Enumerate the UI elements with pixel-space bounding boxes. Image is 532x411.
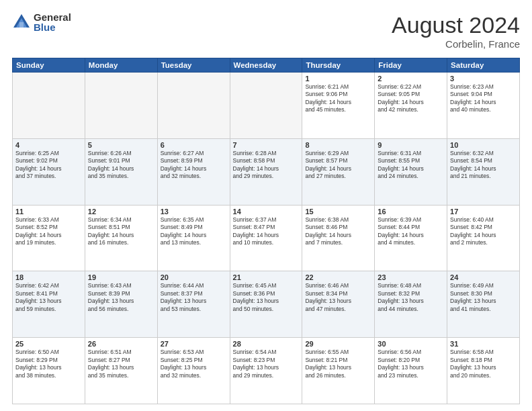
- header: General Blue August 2024 Corbelin, Franc…: [12, 12, 520, 50]
- page: General Blue August 2024 Corbelin, Franc…: [0, 0, 532, 411]
- day-cell: 10Sunrise: 6:32 AMSunset: 8:54 PMDayligh…: [447, 138, 520, 205]
- day-info: Sunrise: 6:39 AMSunset: 8:44 PMDaylight:…: [378, 216, 444, 247]
- week-row-1: 1Sunrise: 6:21 AMSunset: 9:06 PMDaylight…: [13, 73, 520, 139]
- day-cell: 1Sunrise: 6:21 AMSunset: 9:06 PMDaylight…: [302, 73, 375, 139]
- day-number: 19: [88, 273, 154, 281]
- day-info: Sunrise: 6:27 AMSunset: 8:59 PMDaylight:…: [161, 150, 227, 181]
- day-info: Sunrise: 6:31 AMSunset: 8:55 PMDaylight:…: [378, 150, 444, 181]
- day-info: Sunrise: 6:56 AMSunset: 8:20 PMDaylight:…: [378, 349, 444, 379]
- day-number: 25: [15, 340, 82, 348]
- calendar-header-row: SundayMondayTuesdayWednesdayThursdayFrid…: [13, 58, 520, 73]
- day-cell: 9Sunrise: 6:31 AMSunset: 8:55 PMDaylight…: [375, 138, 447, 205]
- day-cell: 17Sunrise: 6:40 AMSunset: 8:42 PMDayligh…: [447, 205, 520, 271]
- day-info: Sunrise: 6:49 AMSunset: 8:30 PMDaylight:…: [450, 282, 517, 313]
- day-info: Sunrise: 6:34 AMSunset: 8:51 PMDaylight:…: [88, 216, 154, 247]
- day-number: 18: [15, 273, 82, 281]
- day-cell: 13Sunrise: 6:35 AMSunset: 8:49 PMDayligh…: [157, 205, 230, 271]
- day-cell: 3Sunrise: 6:23 AMSunset: 9:04 PMDaylight…: [447, 73, 520, 139]
- day-number: 4: [15, 141, 82, 149]
- day-cell: 26Sunrise: 6:51 AMSunset: 8:27 PMDayligh…: [85, 338, 157, 404]
- svg-rect-2: [19, 22, 24, 28]
- day-cell: 30Sunrise: 6:56 AMSunset: 8:20 PMDayligh…: [375, 338, 447, 404]
- day-number: 3: [450, 75, 517, 83]
- col-header-sunday: Sunday: [13, 58, 85, 73]
- col-header-tuesday: Tuesday: [157, 58, 230, 73]
- day-cell: 2Sunrise: 6:22 AMSunset: 9:05 PMDaylight…: [375, 73, 447, 139]
- col-header-saturday: Saturday: [447, 58, 520, 73]
- day-info: Sunrise: 6:51 AMSunset: 8:27 PMDaylight:…: [88, 349, 154, 379]
- day-cell: 16Sunrise: 6:39 AMSunset: 8:44 PMDayligh…: [375, 205, 447, 271]
- day-cell: 12Sunrise: 6:34 AMSunset: 8:51 PMDayligh…: [85, 205, 157, 271]
- calendar-table: SundayMondayTuesdayWednesdayThursdayFrid…: [12, 58, 520, 404]
- day-number: 2: [378, 75, 444, 83]
- logo-blue: Blue: [34, 22, 71, 32]
- day-info: Sunrise: 6:38 AMSunset: 8:46 PMDaylight:…: [305, 216, 371, 247]
- day-cell: 21Sunrise: 6:45 AMSunset: 8:36 PMDayligh…: [230, 271, 302, 338]
- day-number: 5: [88, 141, 154, 149]
- day-cell: 18Sunrise: 6:42 AMSunset: 8:41 PMDayligh…: [13, 271, 85, 338]
- day-number: 22: [305, 273, 371, 281]
- day-number: 28: [233, 340, 300, 348]
- day-number: 26: [88, 340, 154, 348]
- day-number: 7: [233, 141, 300, 149]
- day-cell: 8Sunrise: 6:29 AMSunset: 8:57 PMDaylight…: [302, 138, 375, 205]
- logo-icon: [12, 13, 31, 32]
- day-cell: 29Sunrise: 6:55 AMSunset: 8:21 PMDayligh…: [302, 338, 375, 404]
- day-info: Sunrise: 6:29 AMSunset: 8:57 PMDaylight:…: [305, 150, 371, 181]
- day-number: 27: [161, 340, 227, 348]
- day-cell: [230, 73, 302, 139]
- day-info: Sunrise: 6:42 AMSunset: 8:41 PMDaylight:…: [15, 282, 82, 313]
- week-row-4: 18Sunrise: 6:42 AMSunset: 8:41 PMDayligh…: [13, 271, 520, 338]
- day-number: 11: [15, 208, 82, 216]
- day-number: 29: [305, 340, 371, 348]
- day-info: Sunrise: 6:50 AMSunset: 8:29 PMDaylight:…: [15, 349, 82, 379]
- title-block: August 2024 Corbelin, France: [392, 12, 520, 50]
- col-header-friday: Friday: [375, 58, 447, 73]
- day-cell: 5Sunrise: 6:26 AMSunset: 9:01 PMDaylight…: [85, 138, 157, 205]
- day-cell: 11Sunrise: 6:33 AMSunset: 8:52 PMDayligh…: [13, 205, 85, 271]
- logo-text: General Blue: [34, 12, 71, 32]
- day-cell: 19Sunrise: 6:43 AMSunset: 8:39 PMDayligh…: [85, 271, 157, 338]
- col-header-monday: Monday: [85, 58, 157, 73]
- day-cell: 22Sunrise: 6:46 AMSunset: 8:34 PMDayligh…: [302, 271, 375, 338]
- day-number: 14: [233, 208, 300, 216]
- day-info: Sunrise: 6:26 AMSunset: 9:01 PMDaylight:…: [88, 150, 154, 181]
- day-number: 10: [450, 141, 517, 149]
- day-info: Sunrise: 6:37 AMSunset: 8:47 PMDaylight:…: [233, 216, 300, 247]
- day-cell: 23Sunrise: 6:48 AMSunset: 8:32 PMDayligh…: [375, 271, 447, 338]
- logo-general: General: [34, 12, 71, 22]
- day-number: 6: [161, 141, 227, 149]
- day-info: Sunrise: 6:22 AMSunset: 9:05 PMDaylight:…: [378, 83, 444, 114]
- day-number: 8: [305, 141, 371, 149]
- week-row-5: 25Sunrise: 6:50 AMSunset: 8:29 PMDayligh…: [13, 338, 520, 404]
- day-cell: 15Sunrise: 6:38 AMSunset: 8:46 PMDayligh…: [302, 205, 375, 271]
- day-number: 30: [378, 340, 444, 348]
- title-month: August 2024: [392, 12, 520, 38]
- day-cell: 7Sunrise: 6:28 AMSunset: 8:58 PMDaylight…: [230, 138, 302, 205]
- day-info: Sunrise: 6:48 AMSunset: 8:32 PMDaylight:…: [378, 282, 444, 313]
- day-cell: 4Sunrise: 6:25 AMSunset: 9:02 PMDaylight…: [13, 138, 85, 205]
- day-number: 23: [378, 273, 444, 281]
- day-cell: 24Sunrise: 6:49 AMSunset: 8:30 PMDayligh…: [447, 271, 520, 338]
- title-location: Corbelin, France: [392, 38, 520, 50]
- day-cell: [157, 73, 230, 139]
- day-info: Sunrise: 6:44 AMSunset: 8:37 PMDaylight:…: [161, 282, 227, 313]
- day-info: Sunrise: 6:55 AMSunset: 8:21 PMDaylight:…: [305, 349, 371, 379]
- day-number: 13: [161, 208, 227, 216]
- day-number: 17: [450, 208, 517, 216]
- day-cell: 14Sunrise: 6:37 AMSunset: 8:47 PMDayligh…: [230, 205, 302, 271]
- day-number: 21: [233, 273, 300, 281]
- day-cell: [85, 73, 157, 139]
- logo: General Blue: [12, 12, 71, 32]
- day-info: Sunrise: 6:25 AMSunset: 9:02 PMDaylight:…: [15, 150, 82, 181]
- day-number: 31: [450, 340, 517, 348]
- day-info: Sunrise: 6:43 AMSunset: 8:39 PMDaylight:…: [88, 282, 154, 313]
- day-info: Sunrise: 6:23 AMSunset: 9:04 PMDaylight:…: [450, 83, 517, 114]
- week-row-3: 11Sunrise: 6:33 AMSunset: 8:52 PMDayligh…: [13, 205, 520, 271]
- day-cell: 25Sunrise: 6:50 AMSunset: 8:29 PMDayligh…: [13, 338, 85, 404]
- day-info: Sunrise: 6:46 AMSunset: 8:34 PMDaylight:…: [305, 282, 371, 313]
- day-cell: 27Sunrise: 6:53 AMSunset: 8:25 PMDayligh…: [157, 338, 230, 404]
- day-number: 12: [88, 208, 154, 216]
- day-cell: [13, 73, 85, 139]
- day-info: Sunrise: 6:33 AMSunset: 8:52 PMDaylight:…: [15, 216, 82, 247]
